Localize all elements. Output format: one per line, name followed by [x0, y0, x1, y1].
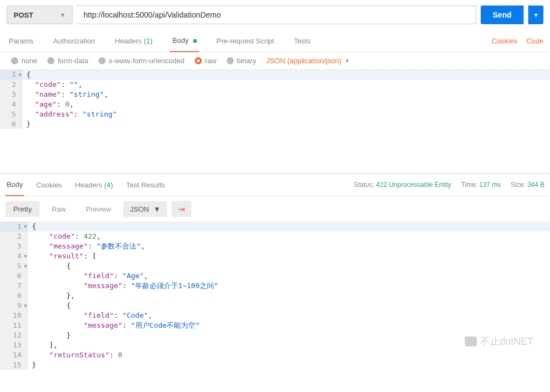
resp-tab-body[interactable]: Body: [6, 174, 24, 196]
tab-headers[interactable]: Headers (1): [113, 30, 155, 52]
radio-icon: [47, 57, 54, 64]
preview-button[interactable]: Preview: [78, 201, 119, 217]
tab-tests[interactable]: Tests: [292, 30, 312, 52]
raw-button[interactable]: Raw: [44, 201, 74, 217]
radio-icon: [227, 57, 234, 64]
request-body-editor[interactable]: 1▼{ 2 "code": "", 3 "name": "string", 4 …: [0, 70, 550, 158]
fold-icon: ▼: [19, 70, 21, 80]
body-type-urlencoded[interactable]: x-www-form-urlencoded: [98, 57, 185, 65]
response-body-editor[interactable]: 1▼{ 2 "code": 422, 3 "message": "参数不合法",…: [0, 222, 550, 370]
url-input[interactable]: [77, 5, 476, 24]
chevron-down-icon: ▼: [60, 12, 65, 18]
headers-count: (1): [144, 37, 152, 45]
code-link[interactable]: Code: [526, 30, 543, 52]
fold-icon: ▼: [24, 222, 27, 231]
radio-icon: [11, 57, 18, 64]
pretty-button[interactable]: Pretty: [6, 201, 40, 217]
body-type-formdata[interactable]: form-data: [47, 57, 89, 65]
chevron-down-icon: ▼: [534, 12, 539, 18]
body-type-none[interactable]: none: [11, 57, 37, 65]
content-type-select[interactable]: JSON (application/json) ▼: [266, 57, 350, 65]
resp-tab-headers[interactable]: Headers (4): [74, 174, 114, 196]
chevron-down-icon: ▼: [344, 58, 350, 64]
body-type-raw[interactable]: raw: [195, 57, 217, 65]
resp-tab-cookies[interactable]: Cookies: [35, 174, 63, 196]
format-select[interactable]: JSON ▼: [123, 201, 167, 217]
tab-authorization[interactable]: Authorization: [51, 30, 97, 52]
method-select[interactable]: POST ▼: [7, 5, 73, 24]
tab-body[interactable]: Body: [170, 30, 199, 52]
tab-params[interactable]: Params: [7, 30, 36, 52]
tab-prerequest[interactable]: Pre-request Script: [215, 30, 277, 52]
cookies-link[interactable]: Cookies: [492, 30, 518, 52]
fold-icon: ▼: [24, 261, 27, 271]
send-button[interactable]: Send: [481, 5, 524, 24]
radio-selected-icon: [195, 57, 202, 64]
fold-icon: ▼: [24, 251, 27, 261]
method-label: POST: [14, 11, 33, 19]
size-meta: Size: 344 B: [511, 181, 544, 189]
resp-tab-tests[interactable]: Test Results: [125, 174, 166, 196]
status-meta: Status: 422 Unprocessable Entity: [354, 181, 451, 189]
radio-icon: [98, 57, 106, 64]
send-dropdown-button[interactable]: ▼: [528, 5, 543, 24]
time-meta: Time: 137 ms: [461, 181, 501, 189]
resp-headers-count: (4): [104, 181, 113, 189]
modified-dot-icon: [193, 39, 197, 43]
chevron-down-icon: ▼: [153, 205, 161, 213]
fold-icon: ▼: [24, 301, 27, 311]
body-type-binary[interactable]: binary: [227, 57, 256, 65]
wrap-lines-button[interactable]: ⇥: [172, 201, 191, 217]
wrap-icon: ⇥: [178, 204, 185, 214]
